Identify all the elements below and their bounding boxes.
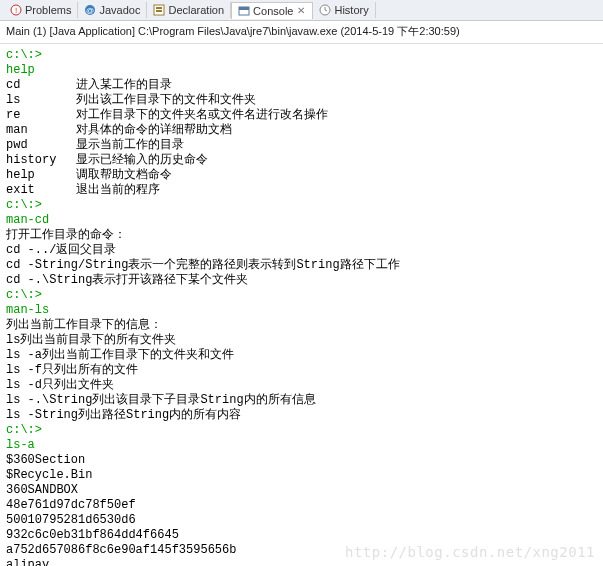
console-prompt: c:\:>: [6, 288, 597, 303]
svg-rect-5: [156, 7, 162, 9]
tab-history[interactable]: History: [313, 2, 375, 18]
svg-rect-6: [156, 10, 162, 12]
help-row: pwd显示当前工作的目录: [6, 138, 597, 153]
declaration-icon: [153, 4, 165, 16]
console-line: ls -String列出路径String内的所有内容: [6, 408, 597, 423]
tab-declaration[interactable]: Declaration: [147, 2, 231, 18]
console-prompt: c:\:>: [6, 198, 597, 213]
console-line: ls -a列出当前工作目录下的文件夹和文件: [6, 348, 597, 363]
svg-rect-8: [239, 7, 249, 10]
svg-text:@: @: [86, 6, 94, 15]
tab-label: Javadoc: [99, 4, 140, 16]
close-icon[interactable]: ✕: [296, 6, 306, 16]
console-line: cd -../返回父目录: [6, 243, 597, 258]
console-line: cd -.\String表示打开该路径下某个文件夹: [6, 273, 597, 288]
help-desc: 显示已经输入的历史命令: [76, 153, 208, 168]
help-desc: 退出当前的程序: [76, 183, 160, 198]
help-row: exit退出当前的程序: [6, 183, 597, 198]
console-line: 打开工作目录的命令：: [6, 228, 597, 243]
console-line: a752d657086f8c6e90af145f3595656b: [6, 543, 597, 558]
tab-problems[interactable]: ! Problems: [4, 2, 78, 18]
console-line: 50010795281d6530d6: [6, 513, 597, 528]
help-row: cd进入某工作的目录: [6, 78, 597, 93]
help-row: history显示已经输入的历史命令: [6, 153, 597, 168]
console-icon: [238, 5, 250, 17]
launch-context: Main (1) [Java Application] C:\Program F…: [0, 21, 603, 44]
help-desc: 对具体的命令的详细帮助文档: [76, 123, 232, 138]
console-line: alipay: [6, 558, 597, 566]
console-line: ls -.\String列出该目录下子目录String内的所有信息: [6, 393, 597, 408]
help-cmd: pwd: [6, 138, 76, 153]
help-desc: 调取帮助文档命令: [76, 168, 172, 183]
svg-text:!: !: [15, 6, 17, 15]
help-row: help调取帮助文档命令: [6, 168, 597, 183]
console-line: ls -f只列出所有的文件: [6, 363, 597, 378]
console-prompt: c:\:>: [6, 423, 597, 438]
console-line: 932c6c0eb31bf864dd4f6645: [6, 528, 597, 543]
console-line: ls列出当前目录下的所有文件夹: [6, 333, 597, 348]
help-desc: 显示当前工作的目录: [76, 138, 184, 153]
tab-label: Declaration: [168, 4, 224, 16]
help-cmd: cd: [6, 78, 76, 93]
help-desc: 列出该工作目录下的文件和文件夹: [76, 93, 256, 108]
console-line: 360SANDBOX: [6, 483, 597, 498]
help-row: re对工作目录下的文件夹名或文件名进行改名操作: [6, 108, 597, 123]
console-line: 48e761d97dc78f50ef: [6, 498, 597, 513]
console-command: help: [6, 63, 597, 78]
console-line: ls -d只列出文件夹: [6, 378, 597, 393]
console-output[interactable]: c:\:>helpcd进入某工作的目录ls列出该工作目录下的文件和文件夹re对工…: [0, 44, 603, 566]
tab-javadoc[interactable]: @ Javadoc: [78, 2, 147, 18]
help-cmd: man: [6, 123, 76, 138]
console-command: man-cd: [6, 213, 597, 228]
console-line: cd -String/String表示一个完整的路径则表示转到String路径下…: [6, 258, 597, 273]
console-line: $360Section: [6, 453, 597, 468]
help-desc: 对工作目录下的文件夹名或文件名进行改名操作: [76, 108, 328, 123]
help-desc: 进入某工作的目录: [76, 78, 172, 93]
console-command: ls-a: [6, 438, 597, 453]
help-cmd: re: [6, 108, 76, 123]
javadoc-icon: @: [84, 4, 96, 16]
tab-console[interactable]: Console ✕: [231, 2, 313, 19]
history-icon: [319, 4, 331, 16]
help-cmd: history: [6, 153, 76, 168]
console-prompt: c:\:>: [6, 48, 597, 63]
problems-icon: !: [10, 4, 22, 16]
console-line: $Recycle.Bin: [6, 468, 597, 483]
help-cmd: exit: [6, 183, 76, 198]
help-row: man对具体的命令的详细帮助文档: [6, 123, 597, 138]
help-cmd: help: [6, 168, 76, 183]
help-cmd: ls: [6, 93, 76, 108]
console-line: 列出当前工作目录下的信息：: [6, 318, 597, 333]
tab-label: Console: [253, 5, 293, 17]
tab-label: Problems: [25, 4, 71, 16]
view-tabbar: ! Problems @ Javadoc Declaration Console…: [0, 0, 603, 21]
tab-label: History: [334, 4, 368, 16]
help-row: ls列出该工作目录下的文件和文件夹: [6, 93, 597, 108]
console-command: man-ls: [6, 303, 597, 318]
